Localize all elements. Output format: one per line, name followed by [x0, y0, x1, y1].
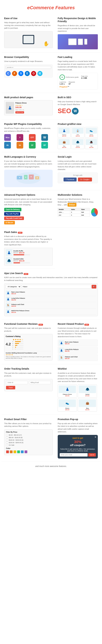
flash-new-1: $40.00 [19, 252, 25, 254]
filter-desc: This filter allows you to be easy to cho… [4, 422, 53, 428]
wish-name-2: Jacket [79, 394, 96, 395]
cash-btn[interactable]: Cash On Delivery [4, 208, 21, 211]
plugin-yoast: Y [17, 134, 23, 141]
promo-title: Promotion Pop-up [58, 418, 98, 421]
multilang-title: Multi-Languages & Currency [4, 155, 53, 158]
checkbox-1[interactable] [6, 434, 8, 436]
color-swatches [6, 450, 51, 453]
vendor-sales-2: 3 [70, 214, 81, 217]
recent-badge: HOT [84, 324, 89, 326]
requests: Requests 87 [69, 81, 75, 85]
flash-prices-1: $60.00 $40.00 [13, 252, 30, 254]
feature-plugins: Popular WP Plugins Compatibility WordPre… [2, 120, 55, 152]
swatch-yellow[interactable] [13, 450, 16, 453]
price-label-onsale: On Sale [9, 444, 14, 446]
payment-options: Cash On Delivery Pay with PayPal Pay wit… [4, 208, 53, 224]
checkbox-onsale[interactable] [6, 444, 8, 446]
google-login-button[interactable]: G+ Google+ [78, 178, 92, 182]
social-buttons: f Facebook G+ Google+ [59, 178, 96, 182]
order-desc: This part lets the customers read, rate … [4, 372, 53, 377]
popup-close-button[interactable]: ✕ [95, 436, 97, 438]
order-id-input[interactable] [6, 381, 28, 384]
swatch-orange[interactable] [10, 450, 13, 453]
multivendor-mock: Vendor Sales Earn John ... 3 $48 222 3 $… [58, 208, 98, 217]
result-thumb-4: 👗 [6, 309, 10, 314]
grid-price-6: $19.99 [86, 147, 97, 148]
checkbox-4[interactable] [6, 442, 8, 444]
price-option-onsale[interactable]: On Sale [6, 444, 51, 446]
price-option-2[interactable]: $50.00 - $100.00 (8) [6, 436, 51, 438]
review-item: Gordon Welling Memorial Foundation Lamp … [6, 351, 51, 359]
popup-email-input[interactable] [60, 453, 88, 456]
price-option-4[interactable]: $150.00 - $200.00 (4) [6, 442, 51, 444]
edge-icon: E [25, 71, 30, 76]
reviews-badge: HOT [39, 324, 43, 326]
ease-desc: Help shoppers get to what they want, fas… [4, 21, 53, 30]
swatch-red[interactable] [6, 450, 9, 453]
rating-stars: ★★★★☆ [12, 338, 23, 341]
plugins-desc: WordPress Plugins allow you to easily mo… [4, 127, 53, 132]
price-option-3[interactable]: $100.00 - $150.00 (6) [6, 439, 51, 441]
swatch-purple[interactable] [24, 450, 27, 453]
grid-img-3: 👟 [86, 128, 97, 134]
perf-row: 90 Performance grade Page size2.1 MB [59, 74, 96, 80]
swatch-blue[interactable] [21, 450, 24, 453]
filter-price-title: Filter By Price [6, 431, 51, 433]
ajax-title: Ajax Live Search [4, 272, 23, 275]
grid-img-5: 🧥 [72, 139, 83, 145]
checkbox-3[interactable] [6, 439, 8, 441]
rating-right: ★★★★☆ 5 4 3 [12, 338, 23, 350]
search-input[interactable] [22, 285, 91, 288]
track-button[interactable]: Track [6, 386, 15, 390]
feature-order-tracking: Order Tracking Details This part lets th… [2, 364, 55, 414]
price-option-1[interactable]: $0.00 - $50.00 (17) [6, 434, 51, 436]
recent-price-3: $30.00 [65, 358, 78, 359]
plugins-title: Popular WP Plugins Compatibility [4, 122, 53, 126]
g-icon: G+ [80, 178, 83, 180]
search-submit-button[interactable]: 🔍 [92, 285, 96, 288]
flash-progress-2 [13, 262, 30, 263]
feature-social-login: Social Login Linking social profiles and… [55, 152, 100, 190]
opera-icon: O [31, 71, 36, 76]
svg-point-8 [37, 178, 38, 178]
result-thumb-2: 👗 [6, 297, 10, 302]
popup-submit-button[interactable]: Get It! [88, 453, 96, 456]
prod-name: Palazzo Dress [15, 102, 27, 104]
checkbox-2[interactable] [6, 436, 8, 438]
bar-track-2 [15, 347, 23, 348]
grid-item-3: 👟 Shoes $59.99 [85, 127, 98, 138]
fb-icon: f [66, 178, 66, 180]
dokan-label: Dokan [68, 203, 76, 206]
search-category-select[interactable]: All Categories [6, 285, 21, 288]
ajax-title-wrap: Ajax Live Search HOT [4, 272, 98, 276]
vendor-col-earn: Earn [80, 208, 90, 211]
price-label-3: $100.00 - $150.00 (6) [9, 439, 23, 441]
card-btn[interactable]: Pay with Credit Card [4, 216, 24, 220]
vendor-sales-1: 3 [70, 211, 81, 214]
paypal-btn[interactable]: Pay with PayPal [4, 212, 20, 216]
billing-email-input[interactable] [29, 381, 51, 384]
add-to-cart-btn[interactable]: Add to Cart [15, 111, 24, 114]
popup-mock: ✕ want to get 30% off coupon? Subscribe … [58, 435, 98, 458]
result-info-4: Multi-Print Palazzo Dress $50.00 [11, 310, 29, 313]
feature-multilang: Multi-Languages & Currency If your site … [2, 152, 55, 190]
price-label-4: $150.00 - $200.00 (4) [9, 442, 23, 444]
plugin-bbpress: bb [17, 142, 23, 148]
prod-stars: ★★★★☆ [15, 104, 27, 106]
grid-img-4: 👜 [58, 139, 70, 145]
flash-name-1: Double Ruffle [13, 250, 30, 252]
bar-label-5: 5 [12, 341, 14, 342]
flash-mock: 👗 Double Ruffle $60.00 $40.00 🧥 Hooded P… [4, 248, 53, 266]
multivendor-desc: Convert your WooCommerce Store to a Mult… [58, 198, 98, 206]
recent-price-1: $50.00 [65, 343, 79, 344]
wishlist-desc: A wishlist is an eCommerce feature that … [58, 372, 98, 383]
popup-off-text: off coupon? [60, 444, 96, 447]
bitcoin-btn[interactable]: ₿ Bitcoin [4, 221, 15, 224]
prod-desc-short: Size: S M L XL [15, 109, 27, 110]
flash-item-2: 🧥 Hooded Puffer $55.00 $35.00 [6, 257, 51, 264]
reviews-title-wrap: Functional Customer Reviews HOT [4, 322, 53, 327]
grid-item-2: 👔 Shirt $29.99 [71, 127, 84, 138]
page-header: eCommerce Features [0, 0, 102, 14]
facebook-login-button[interactable]: f Facebook [63, 178, 77, 182]
swatch-green[interactable] [17, 450, 20, 453]
